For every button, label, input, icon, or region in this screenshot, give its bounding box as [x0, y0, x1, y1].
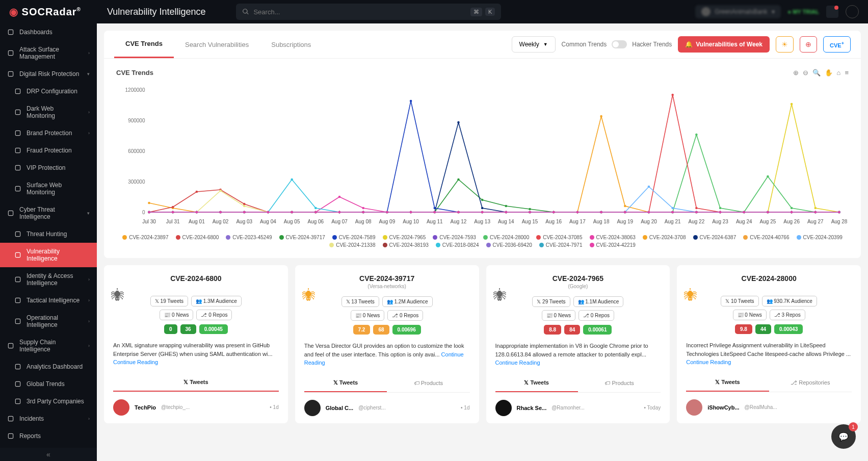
tweet-row[interactable]: Global C...@cipherst...• 1d — [304, 393, 470, 423]
tab-cve-trends[interactable]: CVE Trends — [114, 31, 174, 58]
sidebar-item-tactical-intelligence[interactable]: Tactical Intelligence› — [0, 292, 97, 309]
legend-CVE-2024-20399[interactable]: CVE-2024-20399 — [797, 235, 843, 240]
sidebar-item-attack-surface-management[interactable]: Attack Surface Management› — [0, 41, 97, 65]
menu-icon[interactable]: ≡ — [845, 69, 849, 76]
tweets-pill[interactable]: 𝕏 19 Tweets — [150, 296, 188, 306]
legend-CVE-2024-7965[interactable]: CVE-2024-7965 — [383, 235, 426, 240]
zoom-in-icon[interactable]: ⊕ — [793, 69, 799, 76]
tweet-row[interactable]: Rhack Se...@Ramonher...• Today — [495, 393, 661, 423]
period-dropdown[interactable]: Weekly ▼ — [512, 36, 556, 53]
sidebar-item-vulnerability-intelligence[interactable]: Vulnerability Intelligence — [0, 243, 97, 267]
zoom-mag-icon[interactable]: 🔍 — [812, 69, 821, 76]
sidebar-item-fraud-protection[interactable]: Fraud Protection — [0, 142, 97, 159]
legend-CVE-2024-42219[interactable]: CVE-2024-42219 — [590, 242, 636, 248]
sidebar-item-operational-intelligence[interactable]: Operational Intelligence› — [0, 309, 97, 334]
continue-reading-link[interactable]: Continue Reading — [686, 359, 731, 365]
tweet-row[interactable]: TechPio@techpio_...• 1d — [113, 392, 279, 423]
cve-id[interactable]: CVE-2024-6800 — [113, 274, 279, 283]
audience-pill[interactable]: 👥 1.2M Audience — [382, 296, 433, 307]
sidebar-item-cyber-threat-intelligence[interactable]: Cyber Threat Intelligence▾ — [0, 201, 97, 225]
legend-CVE-2024-38063[interactable]: CVE-2024-38063 — [590, 235, 636, 240]
card-tab-tweets[interactable]: 𝕏 Tweets — [495, 374, 578, 392]
legend-CVE-2024-3708[interactable]: CVE-2024-3708 — [643, 235, 686, 240]
repos-pill[interactable]: ⎇ 0 Repos — [196, 310, 232, 320]
chart-toolbar[interactable]: ⊕ ⊖ 🔍 ✋ ⌂ ≡ — [793, 69, 849, 76]
sidebar-item-surface-web-monitoring[interactable]: Surface Web Monitoring — [0, 176, 97, 201]
legend-CVE-2024-39717[interactable]: CVE-2024-39717 — [279, 235, 325, 240]
legend-CVE-2024-28000[interactable]: CVE-2024-28000 — [483, 235, 529, 240]
user-avatar[interactable] — [846, 5, 859, 18]
global-search[interactable]: ⌘ K — [236, 4, 501, 20]
tweets-pill[interactable]: 𝕏 13 Tweets — [341, 296, 379, 307]
legend-CVE-2024-6800[interactable]: CVE-2024-6800 — [176, 235, 219, 240]
news-pill[interactable]: 📰 0 News — [542, 310, 575, 321]
tweet-row[interactable]: iShowCyb...@RealMuha... — [686, 392, 852, 423]
help-fab[interactable]: 💬 — [831, 424, 856, 449]
card-tab-tweets[interactable]: 𝕏 Tweets — [686, 374, 769, 392]
cve-plus-button[interactable]: CVE+ — [823, 36, 851, 53]
legend-CVE-2024-40766[interactable]: CVE-2024-40766 — [743, 235, 789, 240]
continue-reading-link[interactable]: Continue Reading — [113, 359, 158, 365]
continue-reading-link[interactable]: Continue Reading — [304, 351, 464, 366]
brand-logo[interactable]: ◉ SOCRadar® — [0, 6, 97, 18]
sidebar-item-threat-hunting[interactable]: Threat Hunting — [0, 225, 97, 243]
cve-id[interactable]: CVE-2024-7965 — [495, 274, 661, 283]
repos-pill[interactable]: ⎇ 3 Repos — [770, 310, 805, 320]
sidebar-item-drp-configuration[interactable]: DRP Configuration — [0, 83, 97, 100]
cve-trends-chart[interactable]: 03000006000009000001200000Jul 30Jul 31Au… — [116, 85, 849, 227]
legend-CVE-2024-38193[interactable]: CVE-2024-38193 — [383, 242, 429, 248]
home-icon[interactable]: ⌂ — [837, 69, 841, 76]
legend-CVE-2024-21338[interactable]: CVE-2024-21338 — [329, 242, 375, 248]
card-tab-tweets[interactable]: 𝕏 Tweets — [304, 374, 387, 392]
pan-icon[interactable]: ✋ — [825, 69, 833, 76]
news-pill[interactable]: 📰 0 News — [160, 310, 193, 320]
cve-id[interactable]: CVE-2024-28000 — [686, 274, 852, 283]
sidebar-item-incidents[interactable]: Incidents› — [0, 410, 97, 427]
trend-toggle[interactable] — [612, 40, 627, 48]
legend-CVE-2036-69420[interactable]: CVE-2036-69420 — [486, 242, 532, 248]
legend-CVE-2018-0824[interactable]: CVE-2018-0824 — [436, 242, 479, 248]
sidebar-item-identity-access-intelligence[interactable]: Identity & Access Intelligence› — [0, 267, 97, 292]
tweets-pill[interactable]: 𝕏 10 Tweets — [721, 296, 758, 306]
sidebar-item-dashboards[interactable]: Dashboards — [0, 23, 97, 41]
card-tab-products[interactable]: 🏷 Products — [387, 374, 469, 392]
sidebar-item-reports[interactable]: Reports — [0, 427, 97, 445]
sidebar-item-vip-protection[interactable]: VIP Protection — [0, 159, 97, 176]
news-pill[interactable]: 📰 0 News — [733, 310, 767, 320]
news-pill[interactable]: 📰 0 News — [351, 310, 384, 321]
zoom-out-icon[interactable]: ⊖ — [803, 69, 808, 76]
audience-pill[interactable]: 👥 1.3M Audience — [191, 296, 242, 306]
legend-CVE-2024-37085[interactable]: CVE-2024-37085 — [536, 235, 582, 240]
tab-search-vulnerabilities[interactable]: Search Vulnerabilities — [174, 32, 260, 58]
sidebar-item-global-trends[interactable]: Global Trends — [0, 375, 97, 393]
legend-CVE-2024-23897[interactable]: CVE-2024-23897 — [122, 235, 168, 240]
sidebar-item-3rd-party-companies[interactable]: 3rd Party Companies — [0, 393, 97, 410]
card-tab-repositories[interactable]: ⎇ Repositories — [769, 374, 852, 392]
legend-CVE-2024-7593[interactable]: CVE-2024-7593 — [433, 235, 476, 240]
sidebar-item-analytics-dashboard[interactable]: Analytics Dashboard — [0, 358, 97, 375]
legend-CVE-2024-6387[interactable]: CVE-2024-6387 — [693, 235, 737, 240]
sidebar-item-dark-web-monitoring[interactable]: Dark Web Monitoring› — [0, 100, 97, 124]
legend-CVE-2024-7971[interactable]: CVE-2024-7971 — [539, 242, 583, 248]
notifications-icon[interactable] — [826, 6, 838, 18]
sun-button[interactable]: ☀ — [776, 36, 794, 53]
cve-id[interactable]: CVE-2024-39717 — [304, 274, 470, 283]
vuln-of-week-button[interactable]: 🔔 Vulnerabilities of Week — [678, 36, 770, 53]
sidebar-item-digital-risk-protection[interactable]: Digital Risk Protection▾ — [0, 65, 97, 83]
target-button[interactable]: ⊕ — [800, 36, 817, 53]
card-tab-tweets[interactable]: 𝕏 Tweets — [113, 374, 279, 392]
sidebar-item-supply-chain-intelligence[interactable]: Supply Chain Intelligence› — [0, 334, 97, 358]
card-tab-products[interactable]: 🏷 Products — [578, 374, 661, 392]
search-input[interactable] — [253, 8, 467, 16]
sidebar-item-brand-protection[interactable]: Brand Protection› — [0, 124, 97, 142]
org-selector[interactable]: GreenAnimalsBank▾ — [695, 5, 780, 18]
legend-CVE-2023-45249[interactable]: CVE-2023-45249 — [226, 235, 272, 240]
repos-pill[interactable]: ⎇ 0 Repos — [387, 310, 423, 321]
continue-reading-link[interactable]: Continue Reading — [495, 360, 540, 366]
audience-pill[interactable]: 👥 930.7K Audience — [762, 296, 817, 306]
sidebar-collapse[interactable]: « — [0, 448, 97, 461]
audience-pill[interactable]: 👥 1.1M Audience — [573, 296, 624, 307]
tab-subscriptions[interactable]: Subscriptions — [260, 32, 322, 58]
legend-CVE-2024-7589[interactable]: CVE-2024-7589 — [332, 235, 376, 240]
tweets-pill[interactable]: 𝕏 29 Tweets — [532, 296, 570, 307]
